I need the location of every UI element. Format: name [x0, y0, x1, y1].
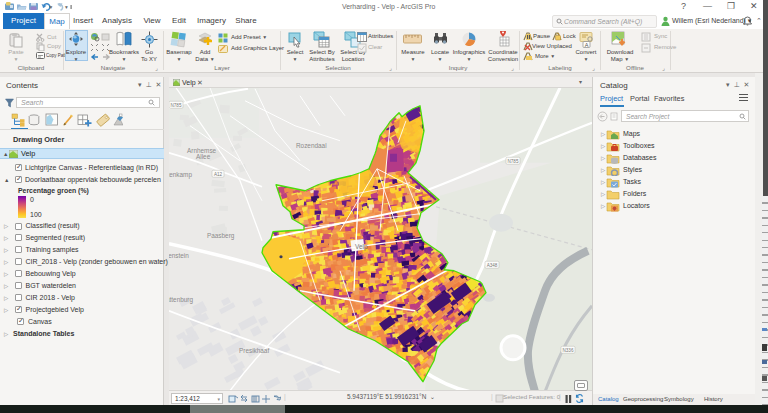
svg-text:N785: N785: [171, 102, 182, 107]
svg-text:itenkamp: itenkamp: [169, 170, 192, 178]
svg-text:Paasberg: Paasberg: [207, 231, 235, 239]
svg-text:A348: A348: [487, 262, 498, 267]
svg-text:renstein: renstein: [169, 251, 189, 258]
svg-text:attenburg: attenburg: [169, 295, 193, 303]
svg-text:Allee: Allee: [196, 153, 211, 160]
svg-text:Rozendaal: Rozendaal: [296, 141, 327, 148]
svg-text:Presikhaaf: Presikhaaf: [239, 346, 269, 353]
svg-text:▾: ▾: [65, 4, 68, 10]
svg-text:▾: ▾: [50, 4, 53, 10]
svg-text:N785: N785: [508, 158, 519, 163]
svg-text:Velp: Velp: [355, 242, 368, 250]
svg-text:A: A: [585, 42, 589, 48]
svg-text:A12: A12: [214, 171, 223, 176]
svg-text:N336: N336: [563, 347, 574, 352]
